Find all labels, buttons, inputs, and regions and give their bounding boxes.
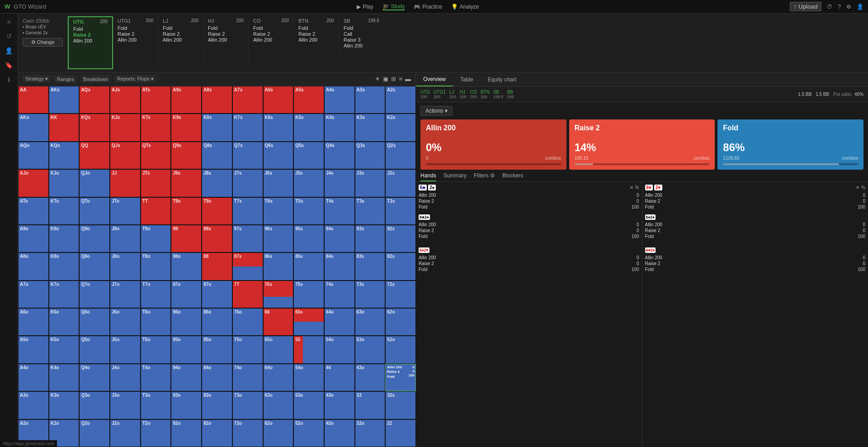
cell-AJo[interactable]: AJo xyxy=(18,169,49,197)
cell-K7s[interactable]: K7s xyxy=(232,114,263,141)
cell-K2s[interactable]: K2s xyxy=(385,114,416,141)
cell-A5o[interactable]: A5o xyxy=(18,336,49,363)
cell-53o[interactable]: 53o xyxy=(355,336,386,363)
cell-63o[interactable]: 63o xyxy=(355,308,386,336)
cell-65s[interactable]: 65s xyxy=(293,308,324,336)
pos-co[interactable]: CO 200 Fold Raise 2 Allin 200 xyxy=(249,16,294,69)
cell-QTo[interactable]: QTo xyxy=(79,197,110,225)
cell-73o[interactable]: 73o xyxy=(232,391,263,419)
cell-KQs[interactable]: KQs xyxy=(79,114,110,141)
cell-94s[interactable]: 94s xyxy=(324,225,355,252)
sidebar-menu-icon[interactable]: ≡ xyxy=(5,16,12,27)
cell-Q7o[interactable]: Q7o xyxy=(79,281,110,308)
pos-hj[interactable]: HJ 200 Fold Raise 2 Allin 200 xyxy=(203,16,249,69)
cell-97s[interactable]: 97s xyxy=(232,225,263,252)
cell-JTo[interactable]: JTo xyxy=(110,197,141,225)
cell-99[interactable]: 99 xyxy=(171,225,202,252)
cell-76o[interactable]: 76o xyxy=(232,308,263,336)
cell-QQ[interactable]: QQ xyxy=(79,142,110,169)
cell-88[interactable]: 88 xyxy=(202,252,232,280)
cell-A7s[interactable]: A7s xyxy=(232,86,263,114)
cell-82o[interactable]: 82o xyxy=(202,419,232,447)
cell-K5o[interactable]: K5o xyxy=(49,336,80,363)
cell-TT[interactable]: TT xyxy=(141,197,171,225)
cell-85s[interactable]: 85s xyxy=(293,252,324,280)
tab-equity-chart[interactable]: Equity chart xyxy=(481,72,524,86)
cell-A9s[interactable]: A9s xyxy=(171,86,202,114)
upload-button[interactable]: ↑ Upload xyxy=(790,2,822,11)
cell-AKs[interactable]: AKs xyxy=(49,86,80,114)
cell-75o[interactable]: 75o xyxy=(232,336,263,363)
cell-43o[interactable]: 43o xyxy=(324,391,355,419)
ranges-btn[interactable]: Ranges xyxy=(54,76,77,83)
cell-AQo[interactable]: AQo xyxy=(18,142,49,169)
cell-63o[interactable]: 63o xyxy=(263,391,294,419)
cell-73s[interactable]: 73s xyxy=(355,281,386,308)
rph-utg1[interactable]: UTG1 200 xyxy=(434,90,446,99)
sidebar-user-icon[interactable]: 👤 xyxy=(3,45,14,56)
cell-44[interactable]: 44 xyxy=(324,364,355,391)
cell-64o[interactable]: 64o xyxy=(263,364,294,391)
cell-77[interactable]: 77 xyxy=(232,281,263,308)
rph-sb[interactable]: SB 199.5 xyxy=(493,90,504,99)
cell-A9o[interactable]: A9o xyxy=(18,225,49,252)
cell-A6o[interactable]: A6o xyxy=(18,308,49,336)
cell-83s[interactable]: 83s xyxy=(355,252,386,280)
tab-overview[interactable]: Overview xyxy=(416,72,453,86)
cell-A5s[interactable]: A5s xyxy=(293,86,324,114)
cell-T2s[interactable]: T2s xyxy=(385,197,416,225)
cell-J9s[interactable]: J9s xyxy=(171,169,202,197)
cell-55[interactable]: 55 xyxy=(293,336,324,363)
rph-btn[interactable]: BTN 200 xyxy=(481,90,490,99)
cell-Q3o[interactable]: Q3o xyxy=(79,391,110,419)
hands-tab-blockers[interactable]: Blockers xyxy=(502,172,523,181)
cell-74s[interactable]: 74s xyxy=(324,281,355,308)
cell-AA[interactable]: AA xyxy=(18,86,49,114)
cell-J8s[interactable]: J8s xyxy=(202,169,232,197)
cell-54o[interactable]: 54o xyxy=(324,336,355,363)
cell-94o[interactable]: 94o xyxy=(171,364,202,391)
cell-T3s[interactable]: T3s xyxy=(355,197,386,225)
cell-T3o[interactable]: T3o xyxy=(141,391,171,419)
cell-A8o[interactable]: A8o xyxy=(18,252,49,280)
cell-A3s[interactable]: A3s xyxy=(355,86,386,114)
sidebar-bookmark-icon[interactable]: 🔖 xyxy=(3,60,14,71)
nav-study[interactable]: 🎓 Study xyxy=(382,3,405,10)
cell-J4o[interactable]: J4o xyxy=(110,364,141,391)
cell-K4o[interactable]: K4o xyxy=(49,364,80,391)
cell-93s[interactable]: 93s xyxy=(355,225,386,252)
cell-Q2s[interactable]: Q2s xyxy=(385,142,416,169)
settings-icon[interactable]: ⚙ xyxy=(846,4,851,10)
cell-T4s[interactable]: T4s xyxy=(324,197,355,225)
cell-K8s[interactable]: K8s xyxy=(202,114,232,141)
action-card-raise[interactable]: Raise 2 14% 186.15 combos xyxy=(569,119,715,170)
cell-93o[interactable]: 93o xyxy=(171,391,202,419)
cell-Q7s[interactable]: Q7s xyxy=(232,142,263,169)
breakdown-btn[interactable]: Breakdown xyxy=(80,76,111,83)
action-card-fold[interactable]: Fold 86% 1139.85 combos xyxy=(717,119,863,170)
close-icon-1[interactable]: ✕ xyxy=(630,185,633,190)
cell-J2s[interactable]: J2s xyxy=(385,169,416,197)
cell-Q6s[interactable]: Q6s xyxy=(263,142,294,169)
cell-98o[interactable]: 98o xyxy=(171,252,202,280)
cell-K3s[interactable]: K3s xyxy=(355,114,386,141)
cell-Q5s[interactable]: Q5s xyxy=(293,142,324,169)
cell-75s[interactable]: 75s xyxy=(293,281,324,308)
cell-95o[interactable]: 95o xyxy=(171,336,202,363)
cell-A4o[interactable]: A4o xyxy=(18,364,49,391)
cell-A2s[interactable]: A2s xyxy=(385,86,416,114)
cell-T6s[interactable]: T6s xyxy=(263,197,294,225)
cell-K6o[interactable]: K6o xyxy=(49,308,80,336)
sidebar-info-icon[interactable]: ℹ xyxy=(6,74,12,85)
cell-K3o[interactable]: K3o xyxy=(49,391,80,419)
view-icon-1[interactable]: ☀ xyxy=(375,76,380,82)
cell-84s[interactable]: 84s xyxy=(324,252,355,280)
cell-JJ[interactable]: JJ xyxy=(110,169,141,197)
nav-practice[interactable]: 🎮 Practice xyxy=(414,4,442,10)
reports-dropdown[interactable]: Reports: Flops ▾ xyxy=(114,75,156,83)
view-icon-3[interactable]: ⊞ xyxy=(391,76,396,82)
rph-co[interactable]: CO 200 xyxy=(470,90,477,99)
timer-icon[interactable]: ⏱ xyxy=(827,4,832,10)
actions-dropdown[interactable]: Actions ▾ xyxy=(420,106,453,116)
cell-66[interactable]: 66 xyxy=(263,308,294,336)
